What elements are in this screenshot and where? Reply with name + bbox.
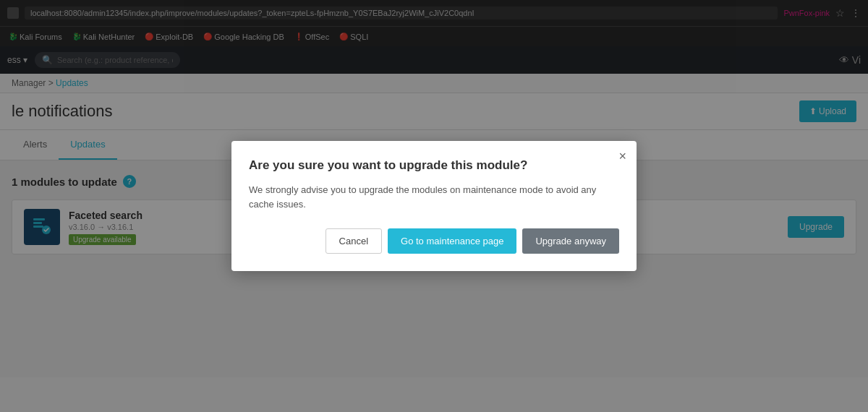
confirmation-dialog: × Are you sure you want to upgrade this … [231,141,637,271]
dialog-actions: Cancel Go to maintenance page Upgrade an… [249,228,619,254]
upgrade-anyway-button[interactable]: Upgrade anyway [522,228,619,254]
modal-overlay: × Are you sure you want to upgrade this … [0,0,868,377]
dialog-body: We strongly advise you to upgrade the mo… [249,183,619,211]
dialog-close-button[interactable]: × [618,150,626,163]
go-to-maintenance-button[interactable]: Go to maintenance page [388,228,516,254]
dialog-title: Are you sure you want to upgrade this mo… [249,158,619,173]
cancel-button[interactable]: Cancel [326,228,382,254]
